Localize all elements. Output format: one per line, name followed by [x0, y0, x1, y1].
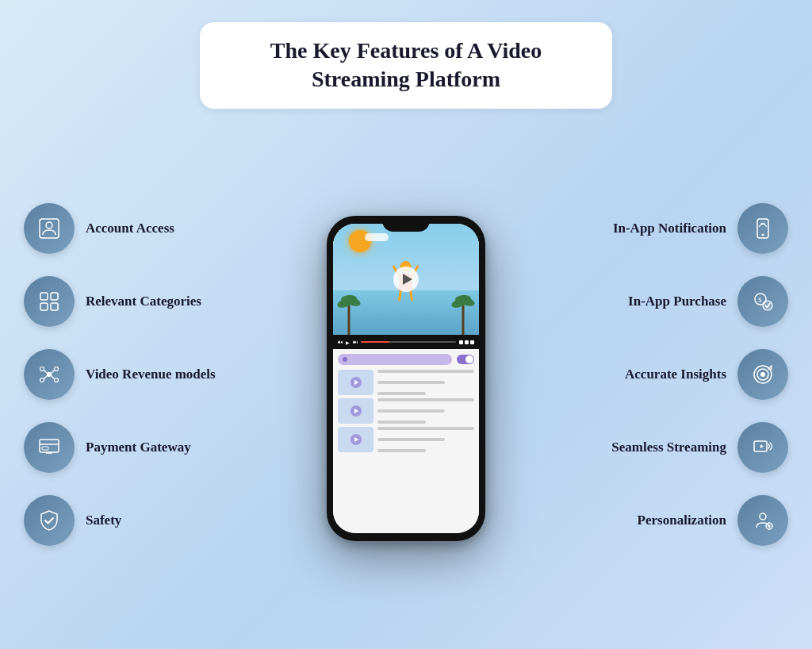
seamless-streaming-label: Seamless Streaming: [611, 439, 726, 456]
payment-gateway-icon-circle: [24, 422, 75, 473]
phone-mockup: ⏮ ▶ ⏭: [327, 216, 485, 541]
video-list-item-1: [338, 370, 474, 395]
play-wifi-icon: [751, 436, 775, 459]
video-list-item-3: [338, 427, 474, 452]
person-circle-icon: [37, 217, 61, 240]
right-features: In-App Notification $ In-App Purchase: [566, 203, 788, 546]
svg-point-1: [46, 222, 52, 228]
rewind-icon: ⏮: [338, 340, 343, 344]
phone-bell-icon: [751, 217, 775, 240]
svg-rect-3: [51, 293, 58, 300]
safety-icon-circle: [24, 495, 75, 546]
feature-account-access: Account Access: [24, 203, 246, 254]
ctrl-icons: [459, 340, 474, 344]
account-access-label: Account Access: [86, 220, 174, 237]
app-content: [333, 349, 479, 533]
progress-bar: [361, 341, 456, 343]
video-meta-2: [377, 398, 474, 424]
feature-relevant-categories: Relevant Categories: [24, 276, 246, 327]
search-dot: [343, 357, 347, 362]
mini-play-1: [350, 377, 362, 388]
svg-line-12: [51, 370, 55, 374]
svg-point-8: [55, 367, 59, 371]
palm-right-icon: [451, 287, 475, 335]
network-icon: [37, 363, 61, 386]
svg-rect-4: [40, 303, 48, 310]
video-scene: [333, 224, 479, 335]
video-thumb-1: [338, 370, 373, 395]
video-revenue-label: Video Revenue models: [86, 366, 216, 383]
in-app-purchase-icon-circle: $: [737, 276, 788, 327]
video-thumb-3: [338, 427, 373, 452]
cloud-1: [365, 233, 389, 241]
play-icon: ▶: [346, 340, 350, 345]
in-app-notification-icon-circle: [737, 203, 788, 254]
video-play-button[interactable]: [393, 267, 419, 292]
relevant-categories-label: Relevant Categories: [86, 293, 201, 310]
palm-left-icon: [337, 287, 361, 335]
svg-point-9: [40, 378, 44, 382]
svg-point-10: [55, 378, 59, 382]
toggle-knob: [465, 355, 473, 363]
feature-in-app-purchase: $ In-App Purchase: [628, 276, 788, 327]
personalization-icon-circle: [737, 495, 788, 546]
accurate-insights-label: Accurate Insights: [625, 366, 726, 383]
forward-icon: ⏭: [353, 340, 358, 344]
svg-line-13: [44, 375, 48, 379]
svg-point-7: [40, 367, 44, 371]
target-icon: [751, 363, 775, 386]
phone-notch: [382, 216, 430, 232]
video-revenue-icon-circle: [24, 349, 75, 400]
payment-gateway-label: Payment Gateway: [86, 439, 191, 456]
safety-label: Safety: [86, 512, 121, 529]
progress-fill: [361, 341, 389, 343]
video-meta-3: [377, 427, 474, 452]
seamless-streaming-icon-circle: [737, 422, 788, 473]
relevant-categories-icon-circle: [24, 276, 75, 327]
svg-rect-15: [40, 440, 59, 452]
svg-rect-2: [40, 293, 48, 300]
app-top-bar: [338, 354, 474, 365]
shield-icon: [37, 509, 61, 532]
svg-text:$: $: [758, 296, 762, 304]
feature-seamless-streaming: Seamless Streaming: [611, 422, 788, 473]
svg-rect-5: [51, 303, 58, 310]
svg-point-30: [762, 234, 764, 236]
accurate-insights-icon-circle: [737, 349, 788, 400]
page-title: The Key Features of A Video Streaming Pl…: [247, 36, 565, 94]
svg-rect-17: [42, 447, 48, 450]
in-app-notification-label: In-App Notification: [613, 220, 726, 237]
mini-play-3: [350, 434, 362, 445]
gear-person-icon: [751, 509, 775, 532]
feature-payment-gateway: Payment Gateway: [24, 422, 246, 473]
svg-point-6: [47, 372, 52, 377]
svg-point-38: [760, 513, 766, 520]
personalization-label: Personalization: [638, 512, 726, 529]
video-area: [333, 224, 479, 335]
title-box: The Key Features of A Video Streaming Pl…: [200, 22, 612, 109]
feature-personalization: Personalization: [638, 495, 788, 546]
video-list-item-2: [338, 398, 474, 424]
svg-line-11: [44, 370, 48, 374]
feature-safety: Safety: [24, 495, 246, 546]
phone-screen: ⏮ ▶ ⏭: [333, 224, 479, 533]
feature-video-revenue: Video Revenue models: [24, 349, 246, 400]
svg-line-14: [51, 375, 55, 379]
account-access-icon-circle: [24, 203, 75, 254]
grid-icon: [37, 290, 61, 313]
search-pill: [338, 354, 452, 365]
svg-point-33: [763, 301, 772, 310]
video-thumb-2: [338, 398, 373, 424]
purchase-icon: $: [751, 290, 775, 313]
svg-point-40: [768, 525, 771, 528]
video-meta-1: [377, 370, 474, 395]
main-container: The Key Features of A Video Streaming Pl…: [0, 0, 812, 649]
feature-accurate-insights: Accurate Insights: [625, 349, 788, 400]
left-features: Account Access Relevant Categories: [24, 203, 246, 546]
in-app-purchase-label: In-App Purchase: [628, 293, 726, 310]
phone-mockup-container: ⏮ ▶ ⏭: [327, 216, 485, 541]
monitor-icon: [37, 436, 61, 459]
main-content: Account Access Relevant Categories: [0, 109, 812, 649]
mini-play-2: [350, 405, 362, 417]
toggle-switch: [457, 355, 474, 364]
